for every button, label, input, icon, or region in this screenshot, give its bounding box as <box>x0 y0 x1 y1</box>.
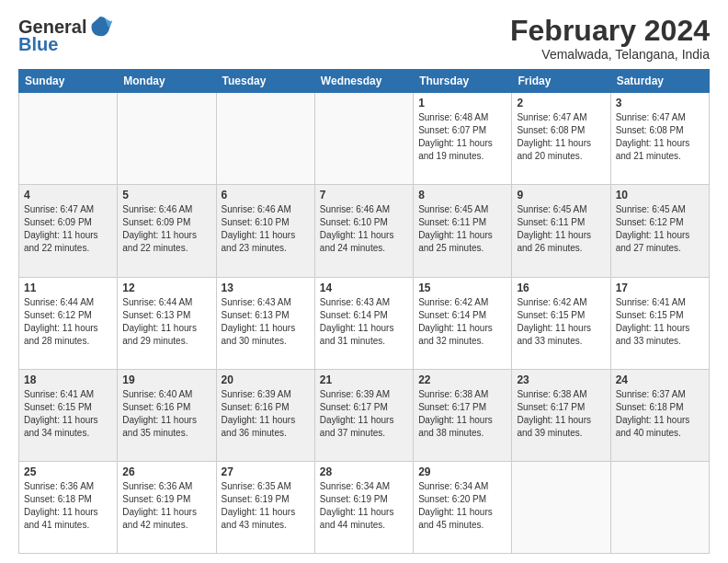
calendar-cell: 6Sunrise: 6:46 AMSunset: 6:10 PMDaylight… <box>216 185 314 277</box>
calendar-table: SundayMondayTuesdayWednesdayThursdayFrid… <box>18 69 710 554</box>
day-info: Sunrise: 6:48 AMSunset: 6:07 PMDaylight:… <box>418 111 506 163</box>
calendar-day-header: Tuesday <box>216 70 314 93</box>
day-info: Sunrise: 6:36 AMSunset: 6:19 PMDaylight:… <box>122 480 210 532</box>
day-info: Sunrise: 6:43 AMSunset: 6:13 PMDaylight:… <box>222 296 310 348</box>
day-number: 28 <box>320 465 408 478</box>
day-number: 17 <box>616 282 704 294</box>
day-info: Sunrise: 6:45 AMSunset: 6:12 PMDaylight:… <box>616 203 704 255</box>
day-info: Sunrise: 6:47 AMSunset: 6:08 PMDaylight:… <box>616 111 704 163</box>
calendar-cell: 11Sunrise: 6:44 AMSunset: 6:12 PMDayligh… <box>19 277 118 369</box>
day-info: Sunrise: 6:40 AMSunset: 6:16 PMDaylight:… <box>122 388 210 440</box>
calendar-week-row: 4Sunrise: 6:47 AMSunset: 6:09 PMDaylight… <box>19 185 710 277</box>
day-number: 27 <box>222 465 310 478</box>
day-number: 5 <box>122 189 210 201</box>
day-info: Sunrise: 6:44 AMSunset: 6:13 PMDaylight:… <box>122 296 210 348</box>
day-number: 26 <box>122 465 210 478</box>
day-number: 22 <box>418 373 506 386</box>
day-number: 8 <box>418 189 506 201</box>
title-block: February 2024 Vemalwada, Telangana, Indi… <box>510 15 710 62</box>
calendar-cell <box>314 93 413 185</box>
month-title: February 2024 <box>510 15 710 47</box>
day-number: 13 <box>222 282 310 294</box>
day-number: 23 <box>517 373 605 386</box>
calendar-cell: 26Sunrise: 6:36 AMSunset: 6:19 PMDayligh… <box>118 461 216 553</box>
day-info: Sunrise: 6:39 AMSunset: 6:17 PMDaylight:… <box>320 388 408 440</box>
calendar-week-row: 1Sunrise: 6:48 AMSunset: 6:07 PMDaylight… <box>19 93 710 185</box>
calendar-cell: 15Sunrise: 6:42 AMSunset: 6:14 PMDayligh… <box>414 277 512 369</box>
day-number: 6 <box>222 189 310 201</box>
calendar-day-header: Wednesday <box>314 70 413 93</box>
day-info: Sunrise: 6:44 AMSunset: 6:12 PMDaylight:… <box>24 296 112 348</box>
day-number: 24 <box>616 373 704 386</box>
calendar-day-header: Friday <box>512 70 610 93</box>
calendar-week-row: 11Sunrise: 6:44 AMSunset: 6:12 PMDayligh… <box>19 277 710 369</box>
day-number: 12 <box>122 282 210 294</box>
calendar-cell: 21Sunrise: 6:39 AMSunset: 6:17 PMDayligh… <box>314 369 413 461</box>
day-number: 7 <box>320 189 408 201</box>
location: Vemalwada, Telangana, India <box>510 47 710 62</box>
day-info: Sunrise: 6:37 AMSunset: 6:18 PMDaylight:… <box>616 388 704 440</box>
calendar-cell: 10Sunrise: 6:45 AMSunset: 6:12 PMDayligh… <box>610 185 709 277</box>
day-info: Sunrise: 6:38 AMSunset: 6:17 PMDaylight:… <box>418 388 506 440</box>
calendar-cell: 12Sunrise: 6:44 AMSunset: 6:13 PMDayligh… <box>118 277 216 369</box>
calendar-cell: 2Sunrise: 6:47 AMSunset: 6:08 PMDaylight… <box>512 93 610 185</box>
logo: General Blue <box>18 15 112 53</box>
calendar-day-header: Saturday <box>610 70 709 93</box>
day-info: Sunrise: 6:36 AMSunset: 6:18 PMDaylight:… <box>24 480 112 532</box>
day-info: Sunrise: 6:41 AMSunset: 6:15 PMDaylight:… <box>616 296 704 348</box>
day-info: Sunrise: 6:41 AMSunset: 6:15 PMDaylight:… <box>24 388 112 440</box>
calendar-cell <box>118 93 216 185</box>
calendar-cell: 27Sunrise: 6:35 AMSunset: 6:19 PMDayligh… <box>216 461 314 553</box>
day-info: Sunrise: 6:35 AMSunset: 6:19 PMDaylight:… <box>222 480 310 532</box>
calendar-day-header: Thursday <box>414 70 512 93</box>
day-number: 15 <box>418 282 506 294</box>
day-info: Sunrise: 6:34 AMSunset: 6:19 PMDaylight:… <box>320 480 408 532</box>
day-number: 14 <box>320 282 408 294</box>
calendar-cell <box>19 93 118 185</box>
calendar-cell: 22Sunrise: 6:38 AMSunset: 6:17 PMDayligh… <box>414 369 512 461</box>
day-number: 2 <box>517 97 605 109</box>
calendar-cell: 29Sunrise: 6:34 AMSunset: 6:20 PMDayligh… <box>414 461 512 553</box>
day-number: 4 <box>24 189 112 201</box>
calendar-cell: 14Sunrise: 6:43 AMSunset: 6:14 PMDayligh… <box>314 277 413 369</box>
day-number: 9 <box>517 189 605 201</box>
day-info: Sunrise: 6:39 AMSunset: 6:16 PMDaylight:… <box>222 388 310 440</box>
calendar-header-row: SundayMondayTuesdayWednesdayThursdayFrid… <box>19 70 710 93</box>
day-info: Sunrise: 6:46 AMSunset: 6:10 PMDaylight:… <box>222 203 310 255</box>
day-number: 1 <box>418 97 506 109</box>
day-number: 16 <box>517 282 605 294</box>
calendar-cell <box>216 93 314 185</box>
day-info: Sunrise: 6:46 AMSunset: 6:10 PMDaylight:… <box>320 203 408 255</box>
logo-general: General <box>18 17 86 36</box>
calendar-cell <box>512 461 610 553</box>
day-info: Sunrise: 6:46 AMSunset: 6:09 PMDaylight:… <box>122 203 210 255</box>
day-info: Sunrise: 6:34 AMSunset: 6:20 PMDaylight:… <box>418 480 506 532</box>
day-info: Sunrise: 6:47 AMSunset: 6:09 PMDaylight:… <box>24 203 112 255</box>
calendar-cell: 23Sunrise: 6:38 AMSunset: 6:17 PMDayligh… <box>512 369 610 461</box>
logo-blue: Blue <box>18 35 58 53</box>
calendar-cell: 5Sunrise: 6:46 AMSunset: 6:09 PMDaylight… <box>118 185 216 277</box>
day-number: 18 <box>24 373 112 386</box>
calendar-cell: 28Sunrise: 6:34 AMSunset: 6:19 PMDayligh… <box>314 461 413 553</box>
calendar-cell: 16Sunrise: 6:42 AMSunset: 6:15 PMDayligh… <box>512 277 610 369</box>
calendar-week-row: 25Sunrise: 6:36 AMSunset: 6:18 PMDayligh… <box>19 461 710 553</box>
calendar-cell: 7Sunrise: 6:46 AMSunset: 6:10 PMDaylight… <box>314 185 413 277</box>
day-info: Sunrise: 6:43 AMSunset: 6:14 PMDaylight:… <box>320 296 408 348</box>
calendar-cell: 1Sunrise: 6:48 AMSunset: 6:07 PMDaylight… <box>414 93 512 185</box>
calendar-day-header: Sunday <box>19 70 118 93</box>
day-number: 10 <box>616 189 704 201</box>
page: General Blue February 2024 Vemalwada, Te… <box>0 0 728 563</box>
day-info: Sunrise: 6:42 AMSunset: 6:15 PMDaylight:… <box>517 296 605 348</box>
calendar-cell: 9Sunrise: 6:45 AMSunset: 6:11 PMDaylight… <box>512 185 610 277</box>
calendar-cell: 25Sunrise: 6:36 AMSunset: 6:18 PMDayligh… <box>19 461 118 553</box>
calendar-cell: 13Sunrise: 6:43 AMSunset: 6:13 PMDayligh… <box>216 277 314 369</box>
day-number: 19 <box>122 373 210 386</box>
day-info: Sunrise: 6:45 AMSunset: 6:11 PMDaylight:… <box>418 203 506 255</box>
calendar-cell: 24Sunrise: 6:37 AMSunset: 6:18 PMDayligh… <box>610 369 709 461</box>
day-info: Sunrise: 6:45 AMSunset: 6:11 PMDaylight:… <box>517 203 605 255</box>
day-number: 11 <box>24 282 112 294</box>
day-number: 29 <box>418 465 506 478</box>
header: General Blue February 2024 Vemalwada, Te… <box>18 15 710 62</box>
logo-icon <box>88 15 112 39</box>
calendar-cell: 3Sunrise: 6:47 AMSunset: 6:08 PMDaylight… <box>610 93 709 185</box>
